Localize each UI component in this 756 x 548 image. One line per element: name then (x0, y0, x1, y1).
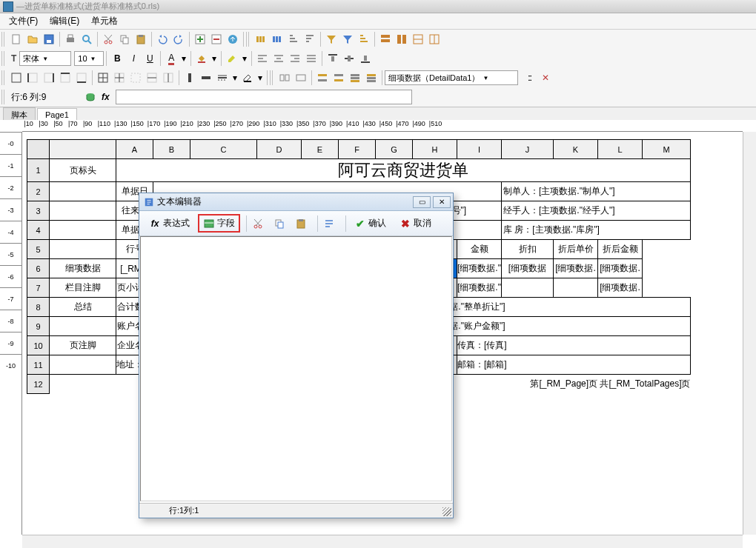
fx-label[interactable]: fx (99, 92, 113, 102)
col-header[interactable]: M (643, 140, 691, 159)
dialog-paste-button[interactable] (293, 215, 311, 233)
print-button[interactable] (62, 31, 79, 47)
dropdown-icon[interactable]: ▾ (231, 70, 239, 86)
border-inner-v-button[interactable] (160, 70, 176, 86)
dropdown-icon[interactable]: ▾ (210, 50, 219, 67)
cell[interactable] (50, 221, 116, 240)
band-2-button[interactable] (331, 70, 347, 86)
font-name-combo[interactable]: 宋体▼ (19, 51, 71, 66)
valign-bottom-button[interactable] (357, 50, 374, 67)
resize-grip[interactable] (442, 507, 451, 516)
data-band-combo[interactable]: 细项数据（DetailData1）▼ (385, 70, 518, 85)
cell[interactable]: 细项数据 (50, 259, 116, 278)
align-justify-button[interactable] (303, 50, 319, 67)
corner-cell[interactable] (27, 140, 50, 159)
cell[interactable]: 库 房：[主项数据."库房"] (502, 221, 691, 240)
expression-button[interactable]: fx 表达式 (144, 214, 195, 233)
row-header[interactable]: 11 (27, 355, 50, 375)
cell[interactable]: 邮箱：[邮箱] (457, 355, 691, 375)
valign-middle-button[interactable] (341, 50, 357, 67)
cell[interactable]: [细项数据." (457, 278, 502, 298)
cell[interactable] (50, 201, 116, 221)
merge-cells-button[interactable] (276, 70, 293, 86)
unfilter-button[interactable] (339, 31, 356, 47)
cell[interactable] (50, 375, 116, 394)
col-header[interactable]: H (413, 140, 457, 159)
freeze-button[interactable] (410, 31, 426, 47)
split-cells-button[interactable] (293, 70, 309, 86)
dropdown-icon[interactable]: ▾ (179, 50, 188, 67)
unfreeze-button[interactable] (426, 31, 442, 47)
align-left-button[interactable] (254, 50, 271, 67)
row-header[interactable]: 6 (27, 259, 50, 278)
sort-asc-button[interactable] (285, 31, 302, 47)
border-outer-button[interactable] (8, 70, 24, 86)
col-header[interactable]: K (554, 140, 598, 159)
toolbar-grip[interactable] (1, 32, 6, 47)
redo-button[interactable] (170, 31, 187, 47)
cell[interactable] (502, 278, 554, 298)
title-cell[interactable]: 阿可云商贸进货单 (116, 159, 691, 182)
toolbar-grip[interactable] (270, 70, 274, 85)
save-button[interactable] (41, 31, 57, 47)
border-none-button[interactable] (127, 70, 144, 86)
cell[interactable]: [细项数据. (598, 259, 643, 278)
col-header[interactable]: C (190, 140, 257, 159)
row-header[interactable]: 3 (27, 201, 50, 221)
align-center-button[interactable] (271, 50, 287, 67)
col-header[interactable]: I (457, 140, 502, 159)
col-header[interactable]: D (257, 140, 302, 159)
border-inner-h-button[interactable] (144, 70, 160, 86)
dialog-wrap-button[interactable] (321, 215, 339, 233)
col-header[interactable]: F (339, 140, 376, 159)
dialog-ok-button[interactable]: ✔ 确认 (349, 214, 391, 233)
cell[interactable]: [细项数据. (598, 278, 643, 298)
row-header[interactable]: 8 (27, 298, 50, 317)
delete-row-button[interactable] (394, 31, 410, 47)
line-color-button[interactable] (239, 70, 256, 86)
cell[interactable]: 折后金额 (598, 240, 643, 259)
border-right-button[interactable] (41, 70, 57, 86)
font-color-button[interactable]: A (163, 50, 179, 67)
bold-button[interactable]: B (109, 50, 125, 67)
border-left-button[interactable] (24, 70, 41, 86)
thick-h-border-button[interactable] (198, 70, 214, 86)
cell[interactable]: 制单人：[主项数据."制单人"] (502, 182, 691, 201)
delete-sheet-button[interactable] (208, 31, 225, 47)
toolbar-grip[interactable] (1, 90, 6, 104)
thick-border-button[interactable] (182, 70, 198, 86)
row-header[interactable]: 5 (27, 240, 50, 259)
line-style-button[interactable] (214, 70, 231, 86)
row-header[interactable]: 1 (27, 159, 50, 182)
dialog-cancel-button[interactable]: ✖ 取消 (394, 214, 437, 233)
dialog-copy-button[interactable] (271, 215, 290, 233)
menu-cell[interactable]: 单元格 (85, 13, 124, 29)
row-header[interactable]: 10 (27, 336, 50, 355)
col-header-blank[interactable] (50, 140, 116, 159)
field-button[interactable]: 字段 (198, 214, 240, 233)
horizontal-scrollbar[interactable] (22, 535, 743, 548)
cell[interactable] (50, 317, 116, 336)
new-button[interactable] (8, 31, 24, 47)
dialog-cut-button[interactable] (250, 215, 268, 233)
row-header[interactable]: 7 (27, 278, 50, 298)
cell[interactable]: [细项数据. (554, 259, 598, 278)
data-icon[interactable] (82, 89, 99, 105)
band-close-button[interactable]: ✕ (537, 70, 554, 86)
row-header[interactable]: 4 (27, 221, 50, 240)
dropdown-icon[interactable]: ▾ (256, 70, 265, 86)
underline-button[interactable]: U (142, 50, 158, 67)
col-header[interactable]: G (376, 140, 413, 159)
highlight-button[interactable] (224, 50, 240, 67)
ungroup-button[interactable] (269, 31, 285, 47)
cell[interactable] (50, 355, 116, 375)
group-button[interactable] (253, 31, 269, 47)
col-header[interactable]: J (502, 140, 554, 159)
cell[interactable]: 经手人：[主项数据."经手人"] (502, 201, 691, 221)
band-props-button[interactable]: ::: (521, 70, 537, 86)
sum-button[interactable] (356, 31, 372, 47)
cell[interactable]: 折后单价 (554, 240, 598, 259)
cell[interactable]: 栏目注脚 (50, 278, 116, 298)
formula-input[interactable] (116, 90, 412, 104)
align-right-button[interactable] (287, 50, 303, 67)
